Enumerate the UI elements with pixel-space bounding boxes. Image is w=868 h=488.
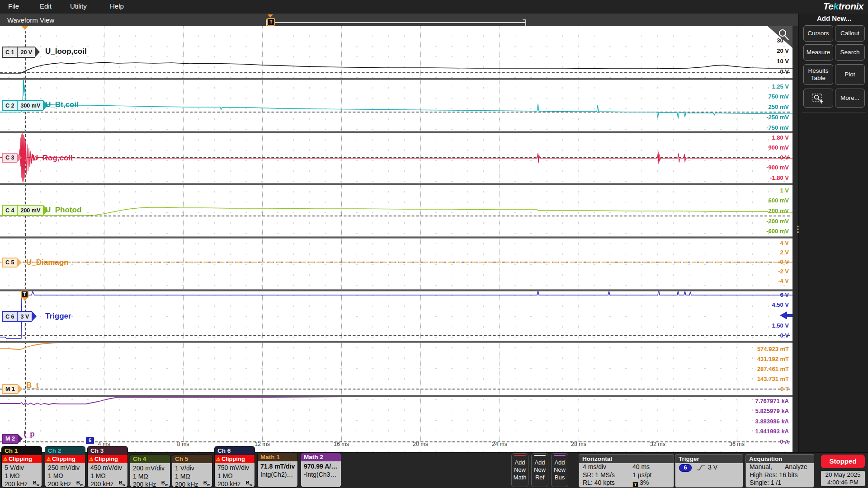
- channel-badge-c2[interactable]: C 2300 mV: [2, 100, 48, 111]
- add-new-label-line: Bus: [552, 474, 568, 481]
- menu-item-utility[interactable]: Utility: [70, 2, 87, 10]
- more--button[interactable]: More...: [835, 89, 865, 108]
- clipping-label: Clipping: [52, 455, 75, 462]
- panel-title: Horizontal: [579, 455, 674, 463]
- trigger-position-handle[interactable]: T: [267, 18, 275, 26]
- bottom-badge-ch1[interactable]: Ch 1⚠Clipping5 V/div1 MΩ200 kHzBw: [2, 446, 42, 487]
- axis-label: 6 V: [739, 291, 789, 298]
- horizontal-row-left: SR: 1 MS/s: [583, 471, 615, 479]
- horizontal-position-slider[interactable]: [269, 22, 525, 23]
- time-axis-label: 12 ms: [255, 441, 270, 447]
- channel-badge-c1[interactable]: C 120 V: [2, 47, 40, 58]
- channel-badge-c5[interactable]: C 5: [2, 258, 22, 267]
- search-button[interactable]: Search: [835, 44, 865, 61]
- trigger-level-arrow-icon[interactable]: [780, 311, 787, 319]
- channel-badge-c4[interactable]: C 4200 mV: [2, 205, 48, 216]
- badge-channel-name: Ch 4: [133, 455, 146, 462]
- badge-row: 1 MΩ: [130, 472, 170, 480]
- trigger-panel[interactable]: Trigger63 V: [675, 454, 743, 488]
- badge-row: 5 V/div: [2, 464, 42, 472]
- badge-channel-name: Ch 2: [48, 447, 61, 454]
- menu-item-help[interactable]: Help: [110, 2, 124, 10]
- waveform-label-U_Photod[interactable]: U_Photod: [45, 206, 81, 215]
- add-new-bus-button[interactable]: AddNewBus: [551, 453, 568, 487]
- badge-row: Intg(Ch2)…: [258, 470, 297, 479]
- channel-badge-id: C 4: [2, 205, 17, 216]
- time-axis-label: 36 ms: [729, 441, 745, 447]
- acquisition-panel[interactable]: AcquisitionManual,AnalyzeHigh Res: 16 bi…: [745, 454, 814, 488]
- badge-header: Ch 3: [88, 446, 127, 455]
- channel-badge-m1[interactable]: M 1: [2, 384, 23, 394]
- add-new-label-line: Add: [512, 459, 528, 466]
- measure-button[interactable]: Measure: [803, 44, 833, 61]
- bottom-badge-math2[interactable]: Math 2970.99 A/…-Intg(Ch3…: [301, 453, 341, 487]
- badge-channel-name: Ch 1: [5, 447, 18, 454]
- axis-label: -1.80 V: [739, 174, 789, 181]
- bottom-badge-ch3[interactable]: Ch 3⚠Clipping450 mV/div1 MΩ200 kHzBw: [88, 446, 127, 487]
- drag-handle-icon[interactable]: ⋮: [794, 225, 802, 233]
- add-new-ref-button[interactable]: AddNewRef: [531, 453, 548, 487]
- slice-separator: [0, 183, 793, 185]
- bottom-badge-ch5[interactable]: Ch 51 V/div1 MΩ200 kHzBw: [172, 455, 212, 487]
- waveform-label-U_Bt,coil[interactable]: U_Bt,coil: [45, 100, 79, 109]
- add-new-label-line: New: [532, 466, 548, 474]
- time-axis-label: 24 ms: [492, 441, 507, 447]
- trace-U_Rog,coil: [0, 134, 793, 182]
- trigger-position-triangle-icon[interactable]: [268, 14, 273, 18]
- channel-badge-scale: 20 V: [17, 47, 35, 58]
- channel-badge-arrow-icon: [18, 434, 23, 444]
- axis-label: 1.25 V: [739, 83, 789, 90]
- clipping-warning: ⚠Clipping: [2, 455, 42, 463]
- axis-label: -4 V: [739, 277, 789, 284]
- waveform-label-Trigger[interactable]: Trigger: [45, 312, 71, 321]
- channel-badge-c3[interactable]: C 3: [2, 153, 22, 163]
- clipping-warning: ⚠Clipping: [45, 455, 85, 463]
- bottom-badge-ch6[interactable]: Ch 6⚠Clipping750 mV/div1 MΩ200 kHzBw: [215, 446, 255, 487]
- zoom-select-button[interactable]: [803, 89, 833, 108]
- waveform-label-I_p[interactable]: I_p: [24, 430, 35, 439]
- sidebar-button-label: Cursors: [806, 30, 830, 37]
- badge-row: 450 mV/div: [88, 464, 127, 472]
- badge-row: 1 MΩ: [45, 472, 85, 480]
- menu-item-edit[interactable]: Edit: [40, 2, 52, 10]
- bottom-badge-math1[interactable]: Math 171.8 mT/divIntg(Ch2)…: [258, 453, 297, 487]
- cursors-button[interactable]: Cursors: [803, 25, 833, 42]
- channel-badge-c6[interactable]: C 63 V: [2, 311, 37, 322]
- menu-item-file[interactable]: File: [8, 2, 19, 10]
- badge-body: 970.99 A/…-Intg(Ch3…: [301, 461, 341, 487]
- time-axis-label: 32 ms: [650, 441, 665, 447]
- bottom-badge-ch2[interactable]: Ch 2⚠Clipping250 mV/div1 MΩ200 kHzBw: [45, 446, 85, 487]
- horizontal-row-right: T3%: [632, 479, 649, 488]
- badge-channel-name: Ch 6: [217, 447, 231, 454]
- waveform-label-U_Diamagn[interactable]: U_Diamagn: [26, 258, 69, 267]
- bandwidth-limit-icon: Bw: [33, 480, 39, 487]
- axis-label: 0 A: [739, 438, 789, 445]
- waveform-label-B_t[interactable]: B_t: [26, 381, 38, 390]
- waveform-label-U_Rog,coil[interactable]: U_Rog,coil: [33, 154, 73, 163]
- callout-button[interactable]: Callout: [835, 25, 865, 42]
- horizontal-panel[interactable]: Horizontal4 ms/div40 msSR: 1 MS/s1 µs/pt…: [579, 454, 674, 488]
- waveform-label-U_loop,coil[interactable]: U_loop,coil: [45, 47, 87, 56]
- acquisition-row: Manual,Analyze: [746, 463, 814, 471]
- trigger-position-top-marker-icon[interactable]: [22, 26, 28, 30]
- axis-label: 3.883986 kA: [739, 418, 789, 425]
- horizontal-slider-right-bracket[interactable]: [523, 19, 526, 27]
- waveform-plot-area[interactable]: 30 V20 V10 V0 V1.25 V750 mV250 mV-250 mV…: [0, 26, 793, 452]
- axis-label: 4.50 V: [739, 301, 789, 308]
- trigger-level-t-marker[interactable]: T: [21, 291, 28, 298]
- trace-I_p: [0, 397, 353, 405]
- results-table-button[interactable]: Results Table: [803, 64, 833, 85]
- channel-badge-m2[interactable]: M 2: [2, 434, 23, 444]
- bottom-badge-ch4[interactable]: Ch 4200 mV/div1 MΩ200 kHzBw: [130, 455, 170, 487]
- warning-icon: ⚠: [89, 456, 94, 462]
- plot-button[interactable]: Plot: [835, 64, 865, 85]
- horizontal-row-right-value: 40 ms: [632, 463, 650, 470]
- badge-row: 750 mV/div: [215, 464, 255, 472]
- badge-body: 1 V/div1 MΩ200 kHzBw: [172, 463, 212, 487]
- add-new-math-button[interactable]: AddNewMath: [511, 453, 528, 487]
- channel-badge-id: C 2: [2, 100, 17, 111]
- right-panel: Add New... CursorsCalloutMeasureSearchRe…: [798, 14, 868, 452]
- axis-label: 0 T: [739, 385, 789, 392]
- acquisition-status-badge[interactable]: Stopped: [821, 455, 865, 468]
- add-new-label-line: Math: [512, 474, 528, 481]
